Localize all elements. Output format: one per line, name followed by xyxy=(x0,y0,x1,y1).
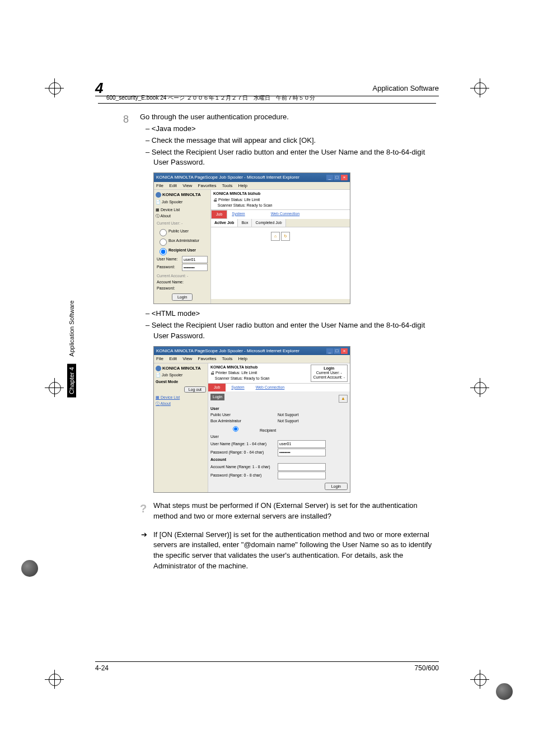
content-area: 4 Application Software 8 Go through the … xyxy=(95,84,439,672)
box-admin-radio[interactable] xyxy=(160,239,167,246)
account-name-input[interactable] xyxy=(278,463,326,471)
menu-item[interactable]: Favorites xyxy=(198,356,217,361)
recipient-user-radio[interactable] xyxy=(160,248,167,255)
bullet: Check the message that will appear and c… xyxy=(153,136,439,146)
menu-item[interactable]: Tools xyxy=(222,356,233,361)
login-button[interactable]: Login xyxy=(172,293,193,301)
username-input[interactable] xyxy=(182,256,208,263)
public-user-label: Public User xyxy=(210,412,278,418)
titlebar: KONICA MINOLTA PageScope Job Spooler - M… xyxy=(154,347,350,356)
menu-item[interactable]: File xyxy=(156,356,163,361)
tab-job[interactable]: Job xyxy=(211,210,227,219)
menu-item[interactable]: Favorites xyxy=(198,183,217,188)
username-label: User Name: xyxy=(157,256,182,262)
password-input[interactable] xyxy=(182,264,208,271)
menu-item[interactable]: Edit xyxy=(169,356,177,361)
app-body: KONICA MINOLTA 📄 Job Spooler ▦ Device Li… xyxy=(154,190,350,304)
brand-sub: 📄 Job Spooler xyxy=(156,199,209,205)
collapse-icon[interactable]: ▲ xyxy=(339,395,348,403)
step-number: 8 xyxy=(123,112,129,127)
section-number: 4 xyxy=(95,80,103,97)
cropmark-bl xyxy=(45,670,64,689)
about-link[interactable]: ⓘ About xyxy=(156,401,206,407)
brand-sub: 📄 Job Spooler xyxy=(156,372,206,378)
box-admin-value: Not Support xyxy=(278,418,298,424)
current-account-label: Current Account: - xyxy=(157,273,208,279)
tab-job[interactable]: Job xyxy=(208,384,226,391)
subtabs: Active Job Box Completed Job xyxy=(211,219,350,227)
logout-button[interactable]: Log out xyxy=(184,386,206,393)
step-text: Go through the user authentication proce… xyxy=(140,113,289,121)
menu-item[interactable]: File xyxy=(156,183,163,188)
home-icon[interactable]: ⌂ xyxy=(271,232,280,241)
maximize-icon[interactable]: □ xyxy=(334,348,340,354)
status-header: Login Current User: - Current Account: -… xyxy=(208,363,350,384)
tab-web[interactable]: Web Connection xyxy=(266,210,305,219)
menu-item[interactable]: Help xyxy=(238,356,247,361)
about-label: About xyxy=(161,402,171,405)
account-section-label: Account xyxy=(210,458,226,461)
printer-icon: 🖨 xyxy=(213,198,217,202)
tab-system[interactable]: System xyxy=(226,384,250,391)
sidebar: KONICA MINOLTA 📄 Job Spooler Guest Mode … xyxy=(154,363,208,492)
close-icon[interactable]: × xyxy=(341,348,348,354)
window-title: KONICA MINOLTA PageScope Job Spooler - M… xyxy=(156,174,299,181)
public-user-label: Public User xyxy=(168,228,189,234)
menu-item[interactable]: View xyxy=(182,183,192,188)
printer-status: Printer Status: Life Limit xyxy=(218,198,260,202)
bullet: <HTML mode> xyxy=(153,309,439,319)
answer-block: ➔ If [ON (External Server)] is set for t… xyxy=(140,530,439,572)
tab-system[interactable]: System xyxy=(227,210,249,219)
page: 600_security_E.book 24 ページ ２００６年１２月２７日 水… xyxy=(0,0,534,756)
subtab-box[interactable]: Box xyxy=(238,219,252,227)
username-input[interactable] xyxy=(278,440,326,448)
device-list-link[interactable]: ▦ Device List xyxy=(156,207,209,213)
cropmark-tr xyxy=(470,78,489,97)
public-user-radio[interactable] xyxy=(160,229,167,236)
punch-dot-right xyxy=(496,683,513,700)
model-number: 750/600 xyxy=(415,664,439,672)
close-icon[interactable]: × xyxy=(341,175,348,180)
login-header: Login xyxy=(210,394,224,400)
cropmark-br xyxy=(470,670,489,689)
answer-text: If [ON (External Server)] is set for the… xyxy=(153,530,432,571)
subtab-completed[interactable]: Completed Job xyxy=(252,219,285,227)
brand-row: KONICA MINOLTA xyxy=(156,365,206,372)
device-list-link[interactable]: ▦ Device List xyxy=(156,395,206,400)
account-password-label: Password: xyxy=(157,286,184,291)
about-link[interactable]: ⓘ About xyxy=(156,213,209,219)
password-input[interactable] xyxy=(278,449,326,456)
punch-dot-left xyxy=(21,560,38,577)
cropmark-mr xyxy=(470,378,489,397)
minimize-icon[interactable]: _ xyxy=(326,175,333,180)
current-user-label: Current User: - xyxy=(157,221,208,226)
recipient-user-radio[interactable] xyxy=(213,426,258,432)
menu-item[interactable]: View xyxy=(182,356,192,361)
account-password-label: Password (Range: 0 - 8 char) xyxy=(210,473,278,478)
question-block: ? What steps must be performed if ON (Ex… xyxy=(140,501,439,522)
main-pane: KONICA MINOLTA bizhub 🖨 Printer Status: … xyxy=(211,190,350,304)
sidebar: KONICA MINOLTA 📄 Job Spooler ▦ Device Li… xyxy=(154,190,211,304)
brand-sub-text: Job Spooler xyxy=(162,200,182,204)
subtab-active[interactable]: Active Job xyxy=(211,219,238,227)
menu-item[interactable]: Tools xyxy=(222,183,233,188)
brand-sub-text: Job Spooler xyxy=(162,373,182,377)
scanner-status: Scanner Status: Ready to Scan xyxy=(218,203,273,207)
menu-item[interactable]: Edit xyxy=(169,183,177,188)
refresh-icon[interactable]: ↻ xyxy=(281,232,290,241)
logo-icon xyxy=(156,366,161,371)
app-body: KONICA MINOLTA 📄 Job Spooler Guest Mode … xyxy=(154,363,350,492)
scanner-status: Scanner Status: Ready to Scan xyxy=(215,376,270,380)
login-button[interactable]: Login xyxy=(325,483,348,490)
screenshot-html-mode: KONICA MINOLTA PageScope Job Spooler - M… xyxy=(153,346,350,493)
menu-item[interactable]: Help xyxy=(238,183,247,188)
account-password-input[interactable] xyxy=(278,472,326,479)
maximize-icon[interactable]: □ xyxy=(334,175,340,180)
user-section-label: User xyxy=(210,407,219,410)
account-name-label: Account Name (Range: 1 - 8 char) xyxy=(210,464,278,470)
tab-web[interactable]: Web Connection xyxy=(250,384,291,391)
page-footer: 4-24 750/600 xyxy=(95,661,439,672)
window-buttons: _□× xyxy=(326,348,348,354)
titlebar: KONICA MINOLTA PageScope Job Spooler - M… xyxy=(154,173,350,182)
minimize-icon[interactable]: _ xyxy=(326,348,333,354)
